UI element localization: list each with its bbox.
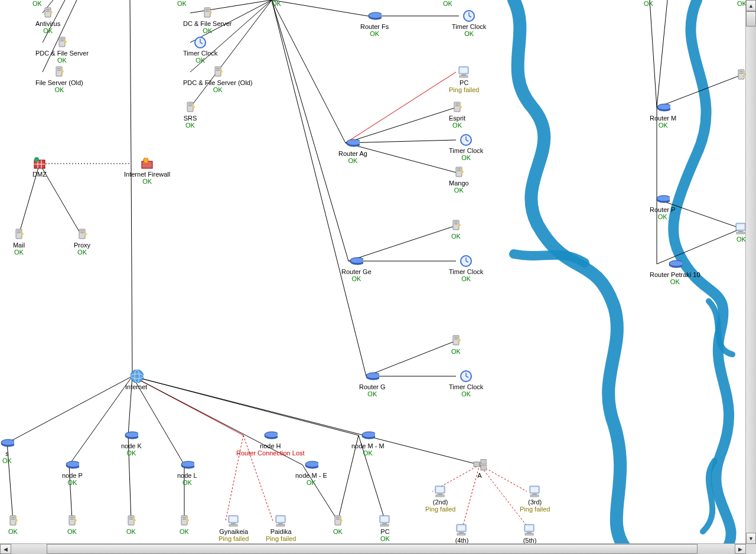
node-g_srv[interactable]: OK [449, 334, 463, 355]
node-ifirewall[interactable]: Internet FirewallOK [124, 157, 170, 185]
node-router_fs[interactable]: Router FsOK [360, 9, 389, 37]
node-dc_file[interactable]: DC & File ServerOK [183, 6, 232, 34]
node-router_p[interactable]: Router POK [650, 192, 675, 220]
node-dmz[interactable]: DMZ [32, 157, 47, 178]
node-nodeM_M[interactable]: node M - MOK [351, 428, 384, 457]
node-status: OK [461, 275, 471, 282]
node-timer_ge[interactable]: Timer ClockOK [449, 254, 483, 282]
node-label: Mango [449, 180, 469, 187]
node-hubA[interactable]: A [472, 458, 487, 479]
node-t_p[interactable]: OK [65, 514, 79, 535]
node-t_s[interactable]: OK [6, 514, 20, 535]
scroll-down-button[interactable]: ▼ [746, 533, 756, 544]
node-label: Internet Firewall [124, 171, 170, 178]
node-edge_s[interactable]: sOK [0, 436, 14, 464]
server-icon [124, 514, 138, 528]
node-pc_ag[interactable]: PCPing failed [449, 65, 479, 93]
node-nodeL[interactable]: node LOK [177, 458, 197, 486]
node-nodeK[interactable]: node KOK [121, 428, 142, 457]
node-timer_g[interactable]: Timer ClockOK [449, 369, 483, 397]
node-router_ag[interactable]: Router AgOK [338, 136, 367, 164]
node-timer_ag[interactable]: Timer ClockOK [449, 133, 483, 161]
clock-icon [459, 369, 473, 383]
node-nodeP[interactable]: node POK [62, 458, 83, 486]
node-status: OK [126, 449, 136, 457]
node-status: OK [659, 122, 668, 129]
router-icon [180, 458, 194, 472]
pc-icon [523, 523, 537, 537]
svg-rect-193 [276, 524, 285, 526]
node-pc_mm[interactable]: PCOK [378, 514, 392, 542]
node-t_me[interactable]: OK [331, 514, 345, 535]
node-router_m[interactable]: Router MOK [650, 100, 676, 129]
node-a2[interactable]: (2nd)Ping failed [425, 484, 455, 513]
node-t_l[interactable]: OK [177, 514, 191, 535]
node-status: OK [333, 528, 343, 535]
svg-rect-176 [70, 519, 74, 520]
node-timer_fs[interactable]: Timer ClockOK [452, 9, 486, 37]
node-a3[interactable]: (3rd)Ping failed [520, 484, 550, 513]
node-label: Timer Clock [449, 268, 483, 275]
node-esprit[interactable]: EspritOK [449, 100, 465, 129]
firewall2-icon [140, 157, 154, 171]
node-mail[interactable]: MailOK [12, 227, 26, 256]
node-ge_srv[interactable]: OK [449, 219, 463, 240]
svg-line-22 [657, 0, 667, 107]
server-icon [12, 227, 26, 242]
top-status: OK [272, 0, 281, 7]
node-antivirus[interactable]: AntivirusOK [35, 6, 60, 34]
node-pdc_old[interactable]: PDC & File Server (Old)OK [183, 65, 252, 93]
node-status: OK [54, 86, 64, 93]
svg-point-107 [458, 224, 461, 226]
horizontal-scrollbar[interactable]: ◀ ▶ [0, 543, 746, 554]
svg-rect-171 [11, 517, 15, 518]
node-status: Ping failed [520, 506, 550, 513]
node-t_k[interactable]: OK [124, 514, 138, 535]
server-icon [450, 100, 464, 115]
svg-point-112 [366, 373, 379, 379]
node-timer1[interactable]: Timer ClockOK [183, 35, 217, 64]
router-icon [304, 458, 318, 472]
scroll-thumb-h[interactable] [47, 544, 698, 554]
network-map-canvas[interactable]: AntivirusOKPDC & File ServerOKFile Serve… [0, 0, 746, 544]
clock-icon [193, 35, 207, 50]
node-mango[interactable]: MangoOK [449, 165, 469, 194]
node-status: OK [142, 178, 152, 185]
node-pdc_file[interactable]: PDC & File ServerOK [35, 35, 89, 64]
server-icon [183, 100, 197, 115]
node-file_old[interactable]: File Server (Old)OK [35, 65, 83, 93]
node-paid[interactable]: PaidikaPing failed [266, 514, 296, 542]
scroll-thumb-v[interactable] [746, 11, 756, 27]
node-proxy[interactable]: ProxyOK [74, 227, 90, 256]
node-a4[interactable]: (4th) [455, 523, 469, 544]
node-label: node M - M [351, 442, 384, 449]
node-nodeM_E[interactable]: node M - EOK [295, 458, 327, 486]
top-status: OK [32, 0, 42, 7]
node-status: Ping failed [219, 535, 249, 542]
node-status: OK [451, 233, 461, 240]
scroll-left-button[interactable]: ◀ [0, 544, 11, 554]
node-pc_right1[interactable] [734, 68, 746, 82]
vertical-scrollbar[interactable]: ▲ ▼ [745, 0, 756, 544]
node-router_pet[interactable]: Router Petraki 10OK [650, 257, 700, 285]
node-status: OK [380, 535, 390, 542]
node-nodeH[interactable]: node HRouter Connection Lost [236, 428, 305, 457]
svg-point-143 [21, 233, 24, 235]
scroll-up-button[interactable]: ▲ [746, 0, 756, 11]
svg-rect-105 [454, 221, 458, 223]
scroll-right-button[interactable]: ▶ [735, 544, 746, 554]
svg-line-0 [272, 0, 367, 16]
svg-rect-115 [454, 338, 458, 340]
node-internet[interactable]: Internet [125, 369, 147, 390]
node-router_g[interactable]: Router GOK [359, 369, 386, 397]
server-icon [41, 6, 55, 20]
node-router_ge[interactable]: Router GeOK [341, 254, 372, 282]
server-icon [55, 35, 69, 50]
node-pc_right2[interactable]: OK [734, 221, 746, 243]
node-status: OK [203, 27, 212, 34]
node-gyn[interactable]: GynaikeiaPing failed [219, 514, 249, 542]
svg-rect-165 [474, 462, 480, 467]
node-a5[interactable]: (5th) [523, 523, 537, 544]
node-srs[interactable]: SRSOK [183, 100, 197, 129]
svg-point-121 [657, 104, 670, 110]
